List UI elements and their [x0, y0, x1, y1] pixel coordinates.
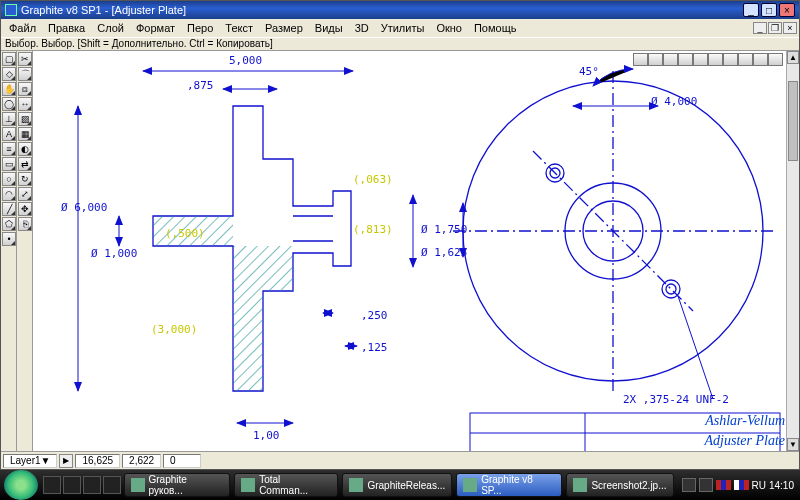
tool-poly[interactable]: ⬠: [2, 217, 16, 231]
close-button[interactable]: ×: [779, 3, 795, 17]
quicklaunch-icon[interactable]: [83, 476, 101, 494]
flag-ru-icon[interactable]: [734, 480, 749, 490]
tray-icon[interactable]: [699, 478, 713, 492]
flag-uk-icon[interactable]: [716, 480, 731, 490]
tool-copy[interactable]: ⎘: [18, 217, 32, 231]
window-title: Graphite v8 SP1 - [Adjuster Plate]: [21, 4, 186, 16]
tool-lasso[interactable]: ◇: [2, 67, 16, 81]
titleblock-company: Ashlar-Vellum: [705, 413, 785, 429]
tool-scale[interactable]: ⤢: [18, 187, 32, 201]
dim-6000: Ø 6,000: [61, 201, 107, 214]
tool-trim[interactable]: ✂: [18, 52, 32, 66]
dim-3000: (3,000): [151, 323, 197, 336]
dim-125: ,125: [361, 341, 388, 354]
clock[interactable]: 14:10: [769, 480, 794, 491]
drawing-canvas[interactable]: Ø 6,000 ,875 5,000 Ø 1,000 (,500) (,063)…: [33, 51, 799, 451]
status-play-button[interactable]: ▶: [59, 454, 73, 468]
tool-arc[interactable]: ◠: [2, 187, 16, 201]
dim-5000: 5,000: [229, 54, 262, 67]
menu-format[interactable]: Формат: [130, 21, 181, 35]
taskbar-item-label: Total Comman...: [259, 474, 331, 496]
work-area: ▢◇✋◯⊥A≡▭○◠╱⬠• ✂⌒⧈↔▨▦◐⇄↻⤢✥⎘: [1, 51, 799, 451]
tool-layer[interactable]: ≡: [2, 142, 16, 156]
taskbar-item-icon: [349, 478, 363, 492]
status-z: 0: [163, 454, 201, 468]
menu-3d[interactable]: 3D: [349, 21, 375, 35]
menu-views[interactable]: Виды: [309, 21, 349, 35]
taskbar-item[interactable]: Screenshot2.jp...: [566, 473, 673, 497]
tray-icon[interactable]: [682, 478, 696, 492]
toolbar-col-2: ✂⌒⧈↔▨▦◐⇄↻⤢✥⎘: [17, 51, 33, 451]
taskbar-item[interactable]: Graphite руков...: [124, 473, 231, 497]
quicklaunch-icon[interactable]: [103, 476, 121, 494]
tool-circle[interactable]: ○: [2, 172, 16, 186]
taskbar: Graphite руков...Total Comman...Graphite…: [0, 470, 800, 500]
taskbar-item-label: Graphite руков...: [149, 474, 224, 496]
maximize-button[interactable]: □: [761, 3, 777, 17]
menu-edit[interactable]: Правка: [42, 21, 91, 35]
tool-rect[interactable]: ▭: [2, 157, 16, 171]
scroll-up-button[interactable]: ▲: [787, 51, 799, 64]
drawing-svg: [33, 51, 793, 451]
tool-select[interactable]: ▢: [2, 52, 16, 66]
menu-window[interactable]: Окно: [430, 21, 468, 35]
dim-1000: Ø 1,000: [91, 247, 137, 260]
dim-875: ,875: [187, 79, 214, 92]
quicklaunch-icon[interactable]: [43, 476, 61, 494]
menu-text[interactable]: Текст: [219, 21, 259, 35]
tool-hatch[interactable]: ▨: [18, 112, 32, 126]
doc-controls: _ ❐ ×: [752, 22, 797, 34]
scroll-down-button[interactable]: ▼: [787, 438, 799, 451]
titleblock-part: Adjuster Plate: [705, 433, 786, 449]
scroll-thumb[interactable]: [788, 81, 798, 161]
tool-move[interactable]: ✥: [18, 202, 32, 216]
taskbar-item[interactable]: Graphite v8 SP...: [456, 473, 562, 497]
vertical-scrollbar[interactable]: ▲ ▼: [786, 51, 799, 451]
tool-text[interactable]: A: [2, 127, 16, 141]
tool-dim[interactable]: ↔: [18, 97, 32, 111]
minimize-button[interactable]: _: [743, 3, 759, 17]
start-button[interactable]: [4, 470, 38, 500]
tool-view[interactable]: ▦: [18, 127, 32, 141]
dim-100: 1,00: [253, 429, 280, 442]
dim-063: (,063): [353, 173, 393, 186]
tool-mirror[interactable]: ⇄: [18, 157, 32, 171]
app-window: Graphite v8 SP1 - [Adjuster Plate] _ □ ×…: [0, 0, 800, 470]
tool-zoom[interactable]: ◯: [2, 97, 16, 111]
taskbar-item-label: Graphite v8 SP...: [481, 474, 555, 496]
status-y: 2,622: [122, 454, 161, 468]
tool-ortho[interactable]: ⊥: [2, 112, 16, 126]
tool-fillet[interactable]: ⌒: [18, 67, 32, 81]
doc-restore-button[interactable]: ❐: [768, 22, 782, 34]
system-tray: RU 14:10: [676, 478, 800, 492]
dim-500: (,500): [165, 227, 205, 240]
doc-close-button[interactable]: ×: [783, 22, 797, 34]
tool-render[interactable]: ◐: [18, 142, 32, 156]
taskbar-item[interactable]: GraphiteReleas...: [342, 473, 452, 497]
menu-layer[interactable]: Слой: [91, 21, 130, 35]
taskbar-item-icon: [463, 478, 477, 492]
dim-1750: Ø 1,750: [421, 223, 467, 236]
quicklaunch-icon[interactable]: [63, 476, 81, 494]
taskbar-item-icon: [573, 478, 587, 492]
menubar: Файл Правка Слой Формат Перо Текст Разме…: [1, 19, 799, 37]
doc-minimize-button[interactable]: _: [753, 22, 767, 34]
taskbar-item-label: GraphiteReleas...: [367, 480, 445, 491]
tool-hand[interactable]: ✋: [2, 82, 16, 96]
tool-rotate[interactable]: ↻: [18, 172, 32, 186]
taskbar-item-label: Screenshot2.jp...: [591, 480, 666, 491]
status-layer[interactable]: Layer1▼: [3, 454, 57, 468]
tool-chamfer[interactable]: ⧈: [18, 82, 32, 96]
menu-pen[interactable]: Перо: [181, 21, 219, 35]
taskbar-item[interactable]: Total Comman...: [234, 473, 338, 497]
titlebar[interactable]: Graphite v8 SP1 - [Adjuster Plate] _ □ ×: [1, 1, 799, 19]
tool-line[interactable]: ╱: [2, 202, 16, 216]
tool-point[interactable]: •: [2, 232, 16, 246]
lang-indicator[interactable]: RU: [752, 480, 766, 491]
menu-dim[interactable]: Размер: [259, 21, 309, 35]
status-x: 16,625: [75, 454, 120, 468]
taskbar-item-icon: [241, 478, 255, 492]
menu-help[interactable]: Помощь: [468, 21, 523, 35]
menu-util[interactable]: Утилиты: [375, 21, 431, 35]
menu-file[interactable]: Файл: [3, 21, 42, 35]
